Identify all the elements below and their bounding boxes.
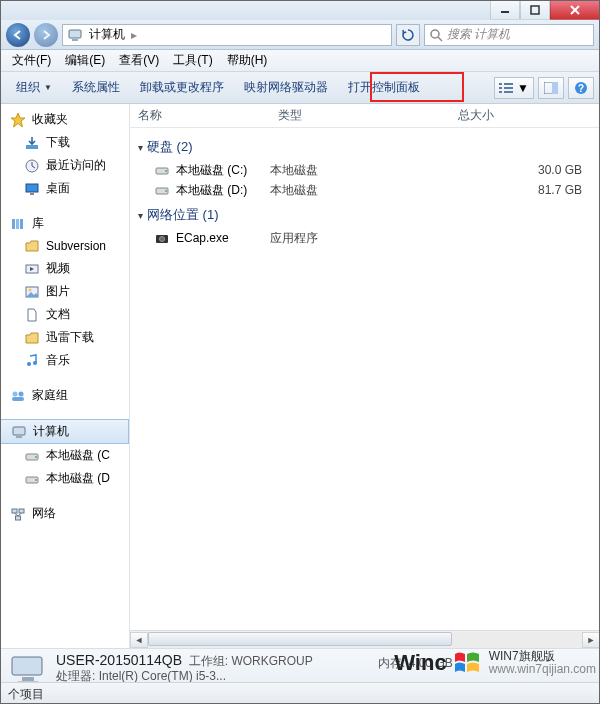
list-item[interactable]: ECap.exe 应用程序: [130, 228, 600, 248]
details-title: USER-20150114QB: [56, 652, 182, 668]
svg-rect-9: [504, 83, 513, 85]
watermark: Winc WIN7旗舰版www.win7qijian.com: [394, 650, 596, 676]
computer-icon: [11, 424, 27, 440]
forward-button[interactable]: [34, 23, 58, 47]
list-item[interactable]: 本地磁盘 (C:) 本地磁盘 30.0 GB: [130, 160, 600, 180]
svg-rect-1: [531, 6, 539, 14]
menu-help[interactable]: 帮助(H): [221, 50, 274, 71]
recent-icon: [24, 158, 40, 174]
scroll-left-button[interactable]: ◄: [130, 632, 148, 648]
open-control-panel-button[interactable]: 打开控制面板: [338, 75, 430, 100]
back-button[interactable]: [6, 23, 30, 47]
svg-point-45: [165, 170, 167, 172]
sidebar-item-drive-d[interactable]: 本地磁盘 (D: [0, 467, 129, 490]
folder-icon: [24, 238, 40, 254]
horizontal-scrollbar[interactable]: ◄ ►: [130, 630, 600, 648]
collapse-icon: ▾: [138, 142, 143, 153]
svg-rect-36: [16, 436, 22, 438]
address-box[interactable]: 计算机 ▸: [62, 24, 392, 46]
svg-rect-12: [499, 91, 502, 93]
svg-rect-13: [504, 91, 513, 93]
svg-rect-42: [19, 509, 24, 513]
sidebar-item-xunlei[interactable]: 迅雷下载: [0, 326, 129, 349]
group-header-hdd[interactable]: ▾ 硬盘 (2): [130, 132, 600, 160]
main-area: 收藏夹 下载 最近访问的 桌面 库 Subversion: [0, 104, 600, 648]
sidebar-item-documents[interactable]: 文档: [0, 303, 129, 326]
drive-icon: [154, 162, 170, 178]
help-button[interactable]: ?: [568, 77, 594, 99]
search-placeholder: 搜索 计算机: [447, 26, 510, 43]
download-icon: [24, 135, 40, 151]
column-name[interactable]: 名称: [130, 107, 270, 124]
sidebar-item-computer[interactable]: 计算机: [0, 419, 129, 444]
menu-bar: 文件(F) 编辑(E) 查看(V) 工具(T) 帮助(H): [0, 50, 600, 72]
map-network-drive-button[interactable]: 映射网络驱动器: [234, 75, 338, 100]
drive-icon: [154, 182, 170, 198]
group-header-network-location[interactable]: ▾ 网络位置 (1): [130, 200, 600, 228]
svg-rect-21: [26, 184, 38, 192]
computer-icon: [67, 27, 83, 43]
svg-rect-15: [552, 82, 558, 94]
sidebar-item-network[interactable]: 网络: [0, 502, 129, 525]
sidebar-item-recent[interactable]: 最近访问的: [0, 154, 129, 177]
title-bar: [0, 0, 600, 20]
collapse-icon: ▾: [138, 210, 143, 221]
document-icon: [24, 307, 40, 323]
menu-file[interactable]: 文件(F): [6, 50, 57, 71]
column-size[interactable]: 总大小: [450, 107, 600, 124]
minimize-button[interactable]: [490, 0, 520, 20]
sidebar-item-desktop[interactable]: 桌面: [0, 177, 129, 200]
list-item[interactable]: 本地磁盘 (D:) 本地磁盘 81.7 GB: [130, 180, 600, 200]
sidebar-item-libraries[interactable]: 库: [0, 212, 129, 235]
menu-tools[interactable]: 工具(T): [167, 50, 218, 71]
maximize-button[interactable]: [520, 0, 550, 20]
svg-rect-23: [12, 219, 15, 229]
preview-pane-button[interactable]: [538, 77, 564, 99]
sidebar-item-videos[interactable]: 视频: [0, 257, 129, 280]
search-icon: [429, 28, 443, 42]
scrollbar-thumb[interactable]: [148, 632, 452, 646]
sidebar-item-pictures[interactable]: 图片: [0, 280, 129, 303]
sidebar-item-favorites[interactable]: 收藏夹: [0, 108, 129, 131]
picture-icon: [24, 284, 40, 300]
sidebar-item-homegroup[interactable]: 家庭组: [0, 384, 129, 407]
svg-rect-8: [499, 83, 502, 85]
svg-rect-5: [72, 39, 78, 41]
svg-rect-19: [26, 145, 38, 149]
view-mode-button[interactable]: ▼: [494, 77, 534, 99]
toolbar: 组织▼ 系统属性 卸载或更改程序 映射网络驱动器 打开控制面板 ▼ ?: [0, 72, 600, 104]
homegroup-icon: [10, 388, 26, 404]
search-box[interactable]: 搜索 计算机: [424, 24, 594, 46]
scroll-right-button[interactable]: ►: [582, 632, 600, 648]
windows-logo-icon: [453, 650, 483, 676]
sidebar-item-music[interactable]: 音乐: [0, 349, 129, 372]
svg-text:?: ?: [578, 83, 584, 94]
chevron-down-icon: ▼: [517, 81, 529, 95]
svg-line-7: [438, 37, 442, 41]
menu-view[interactable]: 查看(V): [113, 50, 165, 71]
system-properties-button[interactable]: 系统属性: [62, 75, 130, 100]
svg-point-31: [33, 361, 37, 365]
refresh-button[interactable]: [396, 24, 420, 46]
sidebar-item-downloads[interactable]: 下载: [0, 131, 129, 154]
breadcrumb-separator: ▸: [131, 28, 137, 42]
svg-point-40: [35, 479, 37, 481]
scrollbar-track[interactable]: [148, 632, 582, 648]
sidebar-item-drive-c[interactable]: 本地磁盘 (C: [0, 444, 129, 467]
organize-button[interactable]: 组织▼: [6, 75, 62, 100]
navigation-pane: 收藏夹 下载 最近访问的 桌面 库 Subversion: [0, 104, 130, 648]
column-headers: 名称 类型 总大小: [130, 104, 600, 128]
svg-rect-50: [12, 657, 42, 675]
close-button[interactable]: [550, 0, 600, 20]
svg-rect-10: [499, 87, 502, 89]
svg-rect-51: [22, 677, 34, 681]
svg-point-49: [160, 237, 165, 242]
sidebar-item-subversion[interactable]: Subversion: [0, 235, 129, 257]
svg-rect-25: [20, 219, 23, 229]
file-list-pane: 名称 类型 总大小 ▾ 硬盘 (2) 本地磁盘 (C:) 本地磁盘 30.0 G…: [130, 104, 600, 648]
column-type[interactable]: 类型: [270, 107, 450, 124]
uninstall-programs-button[interactable]: 卸载或更改程序: [130, 75, 234, 100]
camera-icon: [154, 230, 170, 246]
menu-edit[interactable]: 编辑(E): [59, 50, 111, 71]
desktop-icon: [24, 181, 40, 197]
